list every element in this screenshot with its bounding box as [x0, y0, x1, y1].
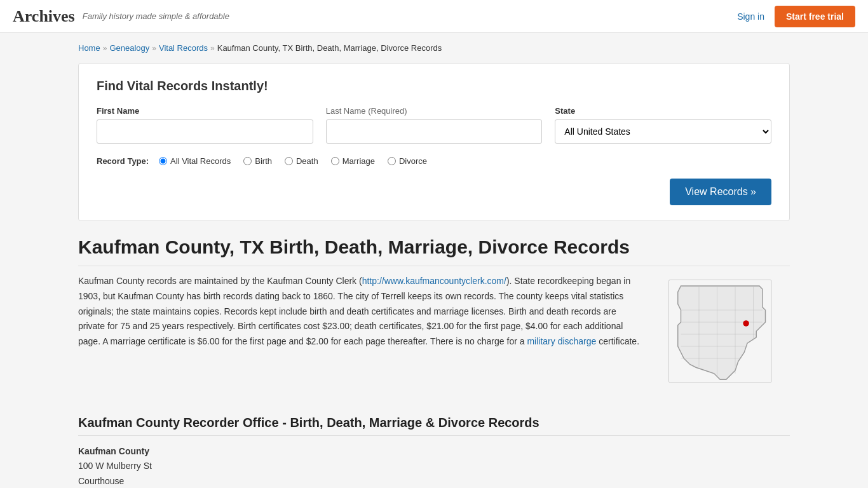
state-select[interactable]: All United States Alabama Alaska Arizona… [555, 119, 771, 144]
radio-all-vital[interactable]: All Vital Records [159, 156, 231, 166]
search-title: Find Vital Records Instantly! [97, 79, 771, 93]
main-content: Home » Genealogy » Vital Records » Kaufm… [65, 33, 803, 488]
office-info: Kaufman County 100 W Mulberry St Courtho… [78, 446, 790, 488]
site-tagline: Family history made simple & affordable [83, 11, 229, 21]
breadcrumb: Home » Genealogy » Vital Records » Kaufm… [78, 43, 790, 53]
military-link[interactable]: military discharge [527, 336, 596, 346]
start-trial-button[interactable]: Start free trial [775, 6, 855, 27]
breadcrumb-vital-records[interactable]: Vital Records [159, 43, 208, 53]
radio-death[interactable]: Death [285, 156, 318, 166]
view-records-row: View Records » [97, 179, 771, 205]
address-line1: 100 W Mulberry St [78, 459, 790, 474]
view-records-button[interactable]: View Records » [670, 179, 771, 205]
breadcrumb-home[interactable]: Home [78, 43, 100, 53]
first-name-group: First Name [97, 106, 313, 144]
section2-heading: Kaufman County Recorder Office - Birth, … [78, 416, 790, 436]
office-name: Kaufman County [78, 446, 790, 456]
clerk-link[interactable]: http://www.kaufmancountyclerk.com/ [362, 276, 506, 286]
header-right: Sign in Start free trial [737, 6, 855, 27]
radio-all-vital-input[interactable] [159, 157, 167, 165]
last-name-input[interactable] [326, 119, 543, 144]
site-logo: Archives [13, 7, 75, 26]
breadcrumb-sep-2: » [152, 44, 156, 53]
record-type-label: Record Type: [97, 156, 149, 166]
page-title: Kaufman County, TX Birth, Death, Marriag… [78, 236, 790, 266]
page-description: Kaufman County records are maintained by… [78, 274, 644, 396]
address-line2: Courthouse [78, 474, 790, 488]
county-marker [743, 320, 749, 327]
texas-map [663, 274, 790, 396]
search-box: Find Vital Records Instantly! First Name… [78, 63, 790, 221]
last-name-label: Last Name (Required) [326, 106, 543, 116]
texas-map-svg [663, 274, 783, 395]
breadcrumb-current: Kaufman County, TX Birth, Death, Marriag… [217, 43, 442, 53]
state-label: State [555, 106, 771, 116]
first-name-label: First Name [97, 106, 313, 116]
sign-in-link[interactable]: Sign in [737, 11, 764, 22]
site-header: Archives Family history made simple & af… [0, 0, 868, 33]
radio-birth[interactable]: Birth [243, 156, 272, 166]
state-group: State All United States Alabama Alaska A… [555, 106, 771, 144]
search-fields: First Name Last Name (Required) State Al… [97, 106, 771, 144]
breadcrumb-genealogy[interactable]: Genealogy [109, 43, 149, 53]
radio-death-input[interactable] [285, 157, 293, 165]
radio-marriage[interactable]: Marriage [331, 156, 375, 166]
radio-divorce[interactable]: Divorce [388, 156, 427, 166]
last-name-group: Last Name (Required) [326, 106, 543, 144]
breadcrumb-sep-1: » [103, 44, 107, 53]
content-section: Kaufman County records are maintained by… [78, 274, 790, 396]
header-left: Archives Family history made simple & af… [13, 7, 229, 26]
first-name-input[interactable] [97, 119, 313, 144]
record-type-row: Record Type: All Vital Records Birth Dea… [97, 156, 771, 166]
radio-divorce-input[interactable] [388, 157, 396, 165]
office-address: 100 W Mulberry St Courthouse Kaufman, TX… [78, 459, 790, 488]
radio-birth-input[interactable] [243, 157, 252, 165]
radio-marriage-input[interactable] [331, 157, 339, 165]
breadcrumb-sep-3: » [210, 44, 215, 53]
